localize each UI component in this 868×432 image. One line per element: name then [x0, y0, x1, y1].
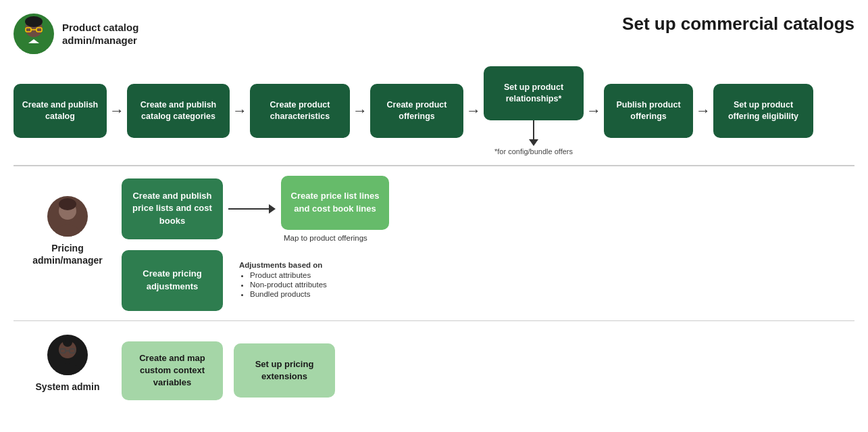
catalog-persona-name: Product catalog admin/manager — [62, 21, 138, 47]
arrow-head — [269, 204, 276, 214]
flow-box-3: Create product characteristics — [250, 84, 350, 138]
arrow-3-4: → — [350, 103, 370, 118]
arrow-line — [228, 208, 269, 210]
arrow-4-5: → — [463, 103, 484, 118]
adj-item-1: Product attributes — [250, 271, 327, 279]
catalog-admin-avatar — [14, 14, 54, 54]
pricing-content-area: Create and publish price lists and cost … — [122, 176, 854, 311]
adj-item-3: Bundled products — [250, 290, 327, 298]
svg-point-6 — [55, 224, 80, 237]
page-container: Product catalog admin/manager Set up com… — [0, 0, 868, 432]
adjustments-box: Create pricing adjustments — [122, 250, 223, 311]
pricing-extensions-box: Set up pricing extensions — [234, 343, 335, 398]
sysadmin-avatar — [47, 335, 88, 375]
pricing-row-1: Create and publish price lists and cost … — [122, 176, 854, 242]
svg-point-8 — [59, 198, 76, 210]
section-divider-2 — [14, 320, 854, 322]
header-section: Product catalog admin/manager Set up com… — [14, 14, 854, 54]
arrow-2-3: → — [230, 103, 250, 118]
middle-section: Pricing admin/manager Create and publish… — [14, 176, 854, 311]
svg-point-12 — [65, 337, 70, 343]
section-divider-1 — [14, 165, 854, 166]
adjustments-title: Adjustments based on — [239, 261, 327, 269]
adj-item-2: Non-product attributes — [250, 281, 327, 289]
arrow-price-lists-to-lines — [223, 204, 281, 214]
flow-box-5: Set up product relationships* — [484, 66, 584, 120]
flow-box-1: Create and publish catalog — [14, 84, 107, 138]
svg-point-0 — [22, 42, 46, 54]
flow-box-2: Create and publish catalog categories — [127, 84, 230, 138]
flow-box-4: Create product offerings — [370, 84, 463, 138]
svg-point-2 — [25, 16, 43, 27]
bottom-section: System admin Create and map custom conte… — [14, 335, 854, 400]
vertical-arrow-down — [529, 120, 538, 146]
sysadmin-boxes: Create and map custom context variables … — [122, 335, 335, 400]
pricing-admin-avatar — [47, 196, 88, 237]
box5-wrapper: Set up product relationships* *for confi… — [484, 66, 584, 155]
catalog-persona-block: Product catalog admin/manager — [14, 14, 138, 54]
v-arrow-head — [529, 139, 538, 146]
arrow-6-7: → — [693, 103, 713, 118]
arrow-5-6: → — [584, 103, 604, 118]
page-title: Set up commercial catalogs — [622, 14, 854, 34]
sysadmin-persona-name: System admin — [36, 381, 100, 393]
sysadmin-persona-col: System admin — [14, 335, 122, 393]
arrow-1-2: → — [107, 103, 127, 118]
flow-box-6: Publish product offerings — [604, 84, 693, 138]
price-lines-box: Create price list lines and cost book li… — [281, 176, 389, 230]
pricing-persona-col: Pricing admin/manager — [14, 176, 122, 266]
flow-box-7: Set up product offering eligibility — [713, 84, 813, 138]
top-flow-row: Create and publish catalog → Create and … — [14, 66, 854, 155]
adjustments-list: Product attributes Non-product attribute… — [239, 271, 327, 298]
svg-point-9 — [55, 363, 80, 375]
config-note: *for config/bundle offers — [494, 147, 573, 155]
price-lists-box: Create and publish price lists and cost … — [122, 178, 223, 239]
pricing-row-2: Create pricing adjustments Adjustments b… — [122, 250, 854, 311]
pricing-persona-name: Pricing admin/manager — [32, 242, 102, 266]
price-lines-col: Create price list lines and cost book li… — [281, 176, 389, 242]
adjustments-notes: Adjustments based on Product attributes … — [239, 261, 327, 299]
context-vars-box: Create and map custom context variables — [122, 341, 223, 400]
map-note: Map to product offerings — [284, 234, 367, 242]
v-line — [533, 120, 534, 139]
